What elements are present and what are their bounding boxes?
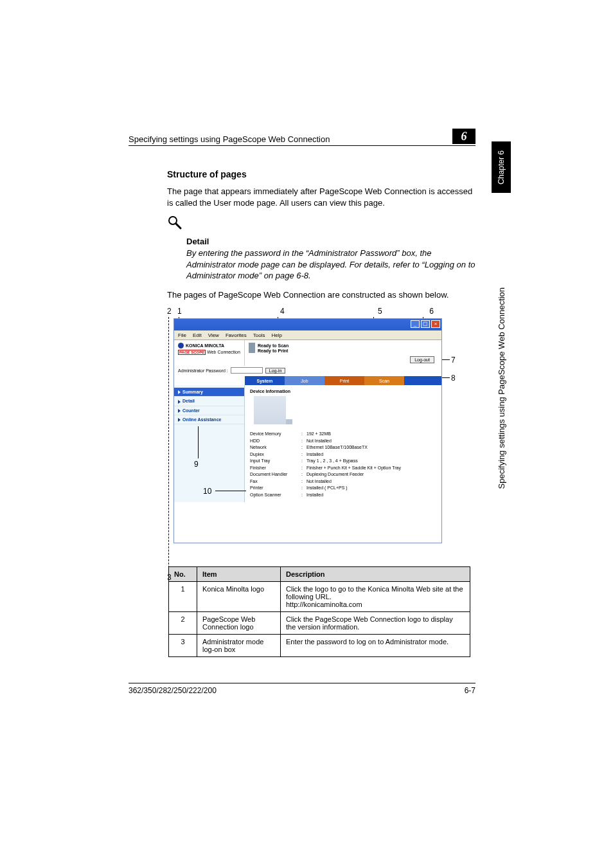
menu-tools[interactable]: Tools: [253, 332, 265, 338]
browser-window: _ ▢ × File Edit View Favorites Tools Hel…: [173, 318, 442, 543]
row-mem-k: Device Memory: [250, 431, 301, 438]
table-row: 2 PageScope Web Connection logo Click th…: [169, 612, 470, 635]
guide-10: [215, 491, 246, 491]
callout-3: 3: [167, 573, 172, 582]
sidebar-label-detail: Detail: [182, 399, 195, 403]
callout-2: 2: [167, 307, 172, 316]
tab-system[interactable]: System: [245, 376, 285, 385]
magnifier-icon: [167, 215, 475, 233]
row-net-v: Ethernet 10BaseT/100BaseTX: [306, 444, 368, 451]
row-mem-v: 192 + 32MB: [306, 431, 331, 438]
row-opt-v: Installed: [306, 492, 323, 499]
sidebar-item-counter[interactable]: Counter: [174, 406, 244, 415]
admin-password-input[interactable]: [231, 367, 263, 374]
km-logo[interactable]: KONICA MINOLTA: [178, 343, 240, 348]
tab-scan[interactable]: Scan: [364, 376, 404, 385]
th-item: Item: [197, 567, 281, 582]
menu-view[interactable]: View: [208, 332, 219, 338]
row-fin-k: Finisher: [250, 465, 301, 472]
status-scan: Ready to Scan: [258, 343, 289, 348]
sidebar-item-online[interactable]: Online Assistance: [174, 415, 244, 424]
maximize-button[interactable]: ▢: [421, 320, 430, 328]
status-print: Ready to Print: [258, 348, 288, 353]
chevron-right-icon: [178, 409, 181, 413]
row-dup-k: Duplex: [250, 451, 301, 458]
km-logo-text: KONICA MINOLTA: [186, 343, 224, 348]
km-logo-icon: [178, 343, 184, 348]
row-fax-k: Fax: [250, 478, 301, 485]
pagescope-logo[interactable]: PAGE SCOPEWeb Connection: [178, 350, 240, 354]
cell-item-1: Konica Minolta logo: [197, 582, 281, 612]
sidebar-item-summary[interactable]: Summary: [174, 388, 244, 397]
callout-10: 10: [203, 487, 211, 496]
tab-job[interactable]: Job: [285, 376, 324, 385]
row-doc-v: Duplexing Document Feeder: [306, 471, 364, 478]
sidebar-label-summary: Summary: [182, 390, 203, 394]
chevron-right-icon: [178, 400, 181, 404]
guide-8: [442, 377, 450, 378]
table-row: 1 Konica Minolta logo Click the logo to …: [169, 582, 470, 612]
callout-4: 4: [280, 307, 285, 316]
guide-2: [168, 317, 169, 574]
row-tray-v: Tray 1 , 2 , 3 , 4 + Bypass: [306, 458, 358, 465]
th-no: No.: [169, 567, 197, 582]
description-table: No. Item Description 1 Konica Minolta lo…: [168, 566, 470, 657]
device-image: [254, 396, 286, 424]
scanner-icon: [249, 343, 255, 348]
callout-8: 8: [451, 374, 456, 383]
device-info-heading: Device Information: [250, 389, 436, 393]
chapter-number: 6: [452, 129, 475, 144]
pagescope-badge: PAGE SCOPE: [178, 350, 206, 355]
menu-file[interactable]: File: [178, 332, 186, 338]
menu-edit[interactable]: Edit: [193, 332, 202, 338]
paragraph-1: The page that appears immediately after …: [167, 186, 475, 208]
paragraph-2: The pages of PageScope Web Connection ar…: [167, 289, 475, 301]
menu-help[interactable]: Help: [271, 332, 281, 338]
detail-heading: Detail: [186, 237, 475, 246]
admin-password-label: Administrator Password :: [178, 368, 228, 373]
chapter-tab: Chapter 6: [492, 141, 511, 193]
cell-no-3: 3: [169, 635, 197, 657]
cell-desc-1: Click the logo to go to the Konica Minol…: [281, 582, 470, 612]
sidebar-item-detail[interactable]: Detail: [174, 397, 244, 406]
row-dup-v: Installed: [306, 451, 323, 458]
table-row: 3 Administrator mode log-on box Enter th…: [169, 635, 470, 657]
callout-1: 1: [177, 307, 182, 316]
row-prn-v: Installed ( PCL+PS ): [306, 485, 348, 492]
row-fin-v: Finisher + Punch Kit + Saddle Kit + Opti…: [306, 465, 401, 472]
close-button[interactable]: ×: [431, 320, 440, 328]
tab-print[interactable]: Print: [324, 376, 364, 385]
chevron-right-icon: [178, 418, 181, 422]
row-net-k: Network: [250, 444, 301, 451]
printer-icon: [249, 348, 255, 353]
browser-titlebar: _ ▢ ×: [174, 319, 441, 330]
cell-desc-2: Click the PageScope Web Connection logo …: [281, 612, 470, 635]
browser-menubar: File Edit View Favorites Tools Help: [174, 330, 441, 340]
login-button[interactable]: Log-in: [265, 368, 285, 374]
svg-line-1: [176, 224, 181, 228]
minimize-button[interactable]: _: [411, 320, 420, 328]
chevron-right-icon: [178, 390, 181, 394]
callout-6: 6: [429, 307, 434, 316]
row-opt-k: Option Scanner: [250, 492, 301, 499]
row-hdd-v: Not Installed: [306, 438, 332, 445]
page-header: Specifying settings using PageScope Web …: [129, 129, 475, 146]
th-desc: Description: [281, 567, 470, 582]
pagescope-text: Web Connection: [207, 350, 240, 354]
logout-button[interactable]: Log-out: [410, 356, 434, 363]
sidebar-label-counter: Counter: [182, 408, 200, 413]
detail-body: By entering the password in the “Adminis…: [186, 248, 475, 282]
row-tray-k: Input Tray: [250, 458, 301, 465]
sidebar: Summary Detail Counter Online Assistance: [174, 385, 245, 502]
side-label: Specifying settings using PageScope Web …: [492, 212, 511, 489]
callout-row-top: 2 1 4 5 6: [167, 307, 475, 316]
footer-page: 6-7: [465, 686, 475, 695]
row-prn-k: Printer: [250, 485, 301, 492]
menu-favorites[interactable]: Favorites: [226, 332, 247, 338]
section-heading: Structure of pages: [167, 169, 475, 179]
side-label-text: Specifying settings using PageScope Web …: [497, 287, 506, 489]
cell-desc-3: Enter the password to log on to Administ…: [281, 635, 470, 657]
page-footer: 362/350/282/250/222/200 6-7: [129, 683, 475, 695]
header-title: Specifying settings using PageScope Web …: [129, 134, 452, 144]
cell-no-2: 2: [169, 612, 197, 635]
